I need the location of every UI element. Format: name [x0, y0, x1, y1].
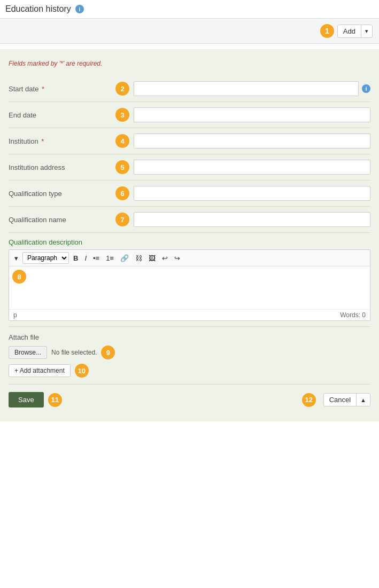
toolbar: 1 Add ▾ [0, 19, 379, 44]
step-badge-3: 3 [115, 108, 129, 122]
step-badge-9: 9 [101, 346, 115, 359]
institution-address-input[interactable] [134, 160, 370, 175]
file-status: No file selected. [51, 349, 97, 356]
save-row: Save 11 [9, 392, 66, 407]
qualification-name-label: Qualification name [9, 216, 115, 224]
institution-address-field-wrapper: 5 [115, 160, 370, 175]
attach-file-row: Browse... No file selected. 9 [9, 346, 370, 359]
institution-input[interactable] [134, 134, 370, 148]
word-count: Words: 0 [340, 311, 366, 319]
end-date-input[interactable] [134, 107, 370, 122]
step-badge-8: 8 [12, 270, 26, 284]
link-button[interactable]: 🔗 [118, 253, 131, 263]
save-button[interactable]: Save [9, 392, 44, 407]
add-attachment-button[interactable]: + Add attachment [9, 364, 71, 377]
image-button[interactable]: 🖼 [146, 253, 158, 263]
qualification-type-field-wrapper: 6 [115, 186, 370, 201]
start-date-row: Start date * 2 i [9, 76, 370, 102]
start-date-label: Start date * [9, 85, 115, 93]
editor-footer: p Words: 0 [9, 309, 370, 320]
institution-field-wrapper: 4 [115, 134, 370, 148]
italic-button[interactable]: I [82, 253, 89, 263]
unordered-list-button[interactable]: •≡ [91, 253, 102, 263]
add-button-arrow: ▾ [361, 26, 372, 37]
paragraph-select[interactable]: Paragraph [22, 252, 69, 264]
rich-text-editor[interactable]: ▾ Paragraph B I •≡ 1≡ 🔗 ⛓ 🖼 ↩ ↪ 8 p [9, 249, 370, 321]
add-button-label: Add [338, 25, 361, 37]
qualification-type-label: Qualification type [9, 190, 115, 198]
add-button[interactable]: Add ▾ [337, 25, 373, 38]
qualification-name-input[interactable] [134, 212, 370, 227]
attach-file-section: Attach file Browse... No file selected. … [9, 327, 370, 385]
end-date-label: End date [9, 111, 115, 119]
step-badge-6: 6 [115, 186, 129, 200]
redo-button[interactable]: ↪ [172, 253, 182, 263]
start-date-field-wrapper: 2 i [115, 81, 370, 96]
required-note: Fields marked by '*' are required. [9, 60, 370, 67]
editor-body[interactable]: 8 [9, 266, 370, 309]
step-badge-1: 1 [320, 24, 334, 38]
ordered-list-button[interactable]: 1≡ [104, 253, 116, 263]
qualification-type-row: Qualification type 6 [9, 181, 370, 207]
start-date-info-icon[interactable]: i [362, 84, 370, 93]
qualification-description-label: Qualification description [9, 238, 370, 246]
page-header: Education history i [0, 0, 379, 19]
cancel-row: 12 Cancel ▲ [302, 393, 370, 407]
step-badge-7: 7 [115, 213, 129, 226]
editor-toolbar: ▾ Paragraph B I •≡ 1≡ 🔗 ⛓ 🖼 ↩ ↪ [9, 250, 370, 266]
step-badge-2: 2 [115, 82, 129, 96]
step-badge-4: 4 [115, 134, 129, 148]
form-container: Fields marked by '*' are required. Start… [0, 49, 379, 421]
step-badge-5: 5 [115, 160, 129, 174]
qualification-description-section: Qualification description ▾ Paragraph B … [9, 233, 370, 327]
step-badge-11: 11 [48, 393, 62, 407]
institution-address-row: Institution address 5 [9, 154, 370, 181]
institution-address-label: Institution address [9, 163, 115, 171]
institution-label: Institution * [9, 137, 115, 145]
browse-button[interactable]: Browse... [9, 346, 47, 359]
end-date-row: End date 3 [9, 102, 370, 128]
unlink-button[interactable]: ⛓ [133, 253, 144, 263]
end-date-field-wrapper: 3 [115, 107, 370, 122]
editor-paragraph-tag: p [13, 311, 17, 319]
cancel-button-label: Cancel [324, 394, 357, 406]
qualification-name-field-wrapper: 7 [115, 212, 370, 227]
action-section: Save 11 12 Cancel ▲ [9, 385, 370, 411]
step-badge-12: 12 [302, 393, 316, 407]
cancel-button-arrow: ▲ [357, 395, 370, 405]
institution-row: Institution * 4 [9, 128, 370, 154]
undo-button[interactable]: ↩ [160, 253, 170, 263]
bold-button[interactable]: B [71, 253, 80, 263]
qualification-name-row: Qualification name 7 [9, 207, 370, 233]
add-attachment-row: + Add attachment 10 [9, 364, 370, 378]
toolbar-dropdown-arrow[interactable]: ▾ [12, 253, 20, 263]
info-icon[interactable]: i [75, 5, 84, 13]
page-title: Education history [5, 4, 71, 14]
start-date-input[interactable] [134, 81, 359, 96]
qualification-type-input[interactable] [134, 186, 370, 201]
cancel-button[interactable]: Cancel ▲ [323, 393, 370, 406]
attach-file-label: Attach file [9, 333, 370, 341]
step-badge-10: 10 [75, 364, 89, 378]
